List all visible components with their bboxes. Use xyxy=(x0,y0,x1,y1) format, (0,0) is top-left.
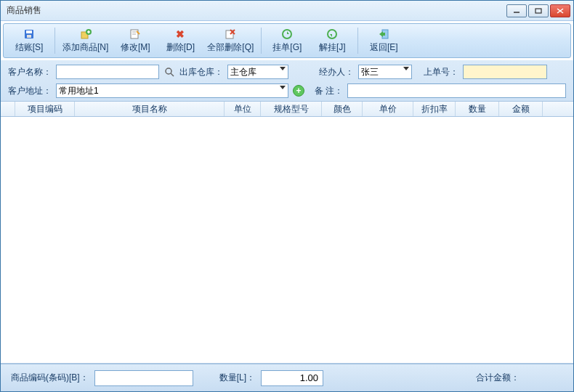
unhold-button[interactable]: 解挂[J] xyxy=(310,25,355,56)
hold-label: 挂单[G] xyxy=(272,41,302,54)
bottom-bar: 商品编码(条码)[B]： 数量[L]： 合计金额： xyxy=(1,364,573,391)
handler-combo[interactable] xyxy=(358,65,412,79)
last-order-label: 上单号： xyxy=(424,66,458,78)
handler-input[interactable] xyxy=(358,65,412,79)
customer-addr-combo[interactable] xyxy=(56,83,288,98)
customer-name-label: 客户名称： xyxy=(8,66,52,78)
add-icon xyxy=(80,28,92,40)
th-spec[interactable]: 规格型号 xyxy=(261,102,322,116)
edit-label: 修改[M] xyxy=(121,41,150,54)
svg-rect-6 xyxy=(27,35,31,38)
th-rownum xyxy=(1,102,15,116)
th-amount[interactable]: 金额 xyxy=(499,102,543,116)
toolbar-separator xyxy=(261,28,262,54)
delete-all-button[interactable]: 全部删除[Q] xyxy=(203,25,258,56)
barcode-input[interactable] xyxy=(94,370,193,386)
qty-label: 数量[L]： xyxy=(219,372,255,384)
add-address-icon[interactable]: + xyxy=(293,85,304,97)
window-controls xyxy=(506,4,570,17)
delete-button[interactable]: ✖ 删除[D] xyxy=(158,25,203,56)
svg-point-21 xyxy=(166,68,171,74)
save-icon xyxy=(23,28,35,40)
customer-name-input[interactable] xyxy=(56,65,159,79)
th-price[interactable]: 单价 xyxy=(363,102,413,116)
customer-addr-input[interactable] xyxy=(56,83,288,98)
add-item-label: 添加商品[N] xyxy=(62,41,108,54)
app-window: 商品销售 结账[S] 添加商品[N] 修改[M] ✖ 删除[D] 全部删除[Q] xyxy=(0,0,574,392)
total-label: 合计金额： xyxy=(476,372,520,384)
close-button[interactable] xyxy=(550,4,570,17)
customer-addr-label: 客户地址： xyxy=(8,85,52,97)
unhold-icon xyxy=(326,28,338,40)
warehouse-label: 出库仓库： xyxy=(179,66,223,78)
unhold-label: 解挂[J] xyxy=(319,41,346,54)
svg-rect-1 xyxy=(535,9,541,13)
search-icon[interactable] xyxy=(163,66,175,78)
th-discount[interactable]: 折扣率 xyxy=(413,102,456,116)
remark-label: 备 注： xyxy=(315,85,343,97)
table-header: 项目编码 项目名称 单位 规格型号 颜色 单价 折扣率 数量 金额 xyxy=(1,101,573,117)
form-area: 客户名称： 出库仓库： 经办人： 上单号： 客户地址： + 备 注： xyxy=(1,60,573,101)
remark-input[interactable] xyxy=(347,83,566,98)
form-row-1: 客户名称： 出库仓库： 经办人： 上单号： xyxy=(8,65,566,79)
qty-input[interactable] xyxy=(261,370,323,386)
delete-icon: ✖ xyxy=(174,28,186,40)
back-icon xyxy=(378,28,389,40)
svg-rect-5 xyxy=(26,30,32,33)
hold-icon xyxy=(281,28,293,40)
window-title: 商品销售 xyxy=(7,4,506,17)
minimize-button[interactable] xyxy=(506,4,527,17)
th-qty[interactable]: 数量 xyxy=(456,102,499,116)
back-button[interactable]: 返回[E] xyxy=(361,25,406,56)
barcode-label: 商品编码(条码)[B]： xyxy=(11,372,89,384)
th-code[interactable]: 项目编码 xyxy=(15,102,75,116)
titlebar: 商品销售 xyxy=(1,1,573,21)
toolbar-separator xyxy=(54,28,55,54)
last-order-input[interactable] xyxy=(463,65,547,79)
th-name[interactable]: 项目名称 xyxy=(75,102,225,116)
delete-all-icon xyxy=(225,28,236,40)
hold-button[interactable]: 挂单[G] xyxy=(264,25,310,56)
back-label: 返回[E] xyxy=(370,41,398,54)
toolbar: 结账[S] 添加商品[N] 修改[M] ✖ 删除[D] 全部删除[Q] 挂单[G… xyxy=(3,23,571,58)
edit-button[interactable]: 修改[M] xyxy=(113,25,158,56)
delete-all-label: 全部删除[Q] xyxy=(207,41,254,54)
warehouse-combo[interactable] xyxy=(227,65,288,79)
delete-label: 删除[D] xyxy=(166,41,195,54)
maximize-button[interactable] xyxy=(528,4,549,17)
edit-icon xyxy=(129,28,141,40)
add-item-button[interactable]: 添加商品[N] xyxy=(58,25,113,56)
svg-line-22 xyxy=(171,73,174,76)
checkout-label: 结账[S] xyxy=(15,41,44,54)
toolbar-separator xyxy=(357,28,358,54)
handler-label: 经办人： xyxy=(319,66,354,78)
th-color[interactable]: 颜色 xyxy=(322,102,363,116)
warehouse-input[interactable] xyxy=(227,65,288,79)
checkout-button[interactable]: 结账[S] xyxy=(7,25,52,56)
form-row-2: 客户地址： + 备 注： xyxy=(8,83,566,98)
th-unit[interactable]: 单位 xyxy=(225,102,261,116)
table-body[interactable] xyxy=(1,117,573,364)
